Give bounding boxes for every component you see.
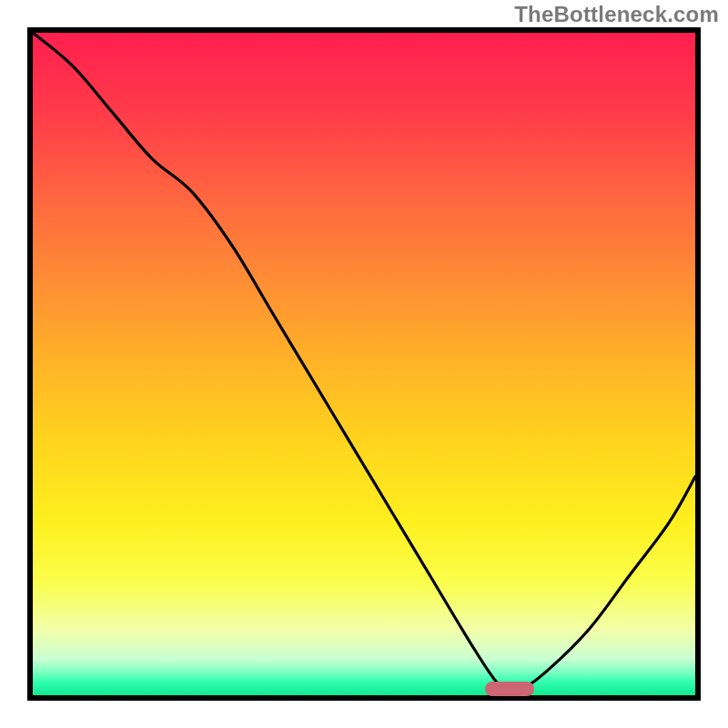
bottleneck-chart: TheBottleneck.com [0, 0, 728, 728]
optimal-marker [485, 682, 534, 696]
plot-area [27, 27, 701, 701]
curve-layer [33, 33, 695, 695]
watermark-text: TheBottleneck.com [514, 2, 719, 27]
bottleneck-curve-path [33, 33, 695, 691]
